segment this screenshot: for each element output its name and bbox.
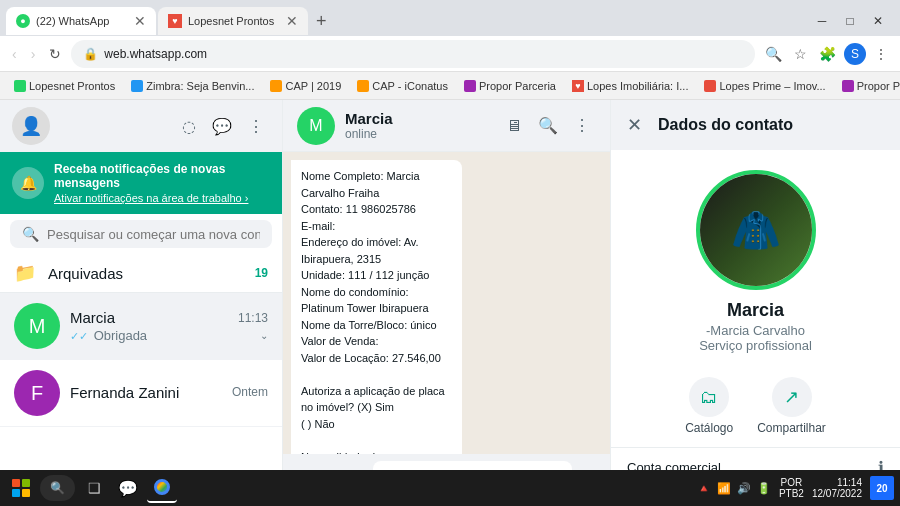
chat-header-status: online [345,127,490,141]
bookmark-favicon-propor2 [842,80,854,92]
taskbar-search[interactable]: 🔍 [40,475,75,501]
windows-logo-icon [12,479,30,497]
bookmark-propor[interactable]: Propor Parceria [458,78,562,94]
lock-icon: 🔒 [83,47,98,61]
notification-subtitle[interactable]: Ativar notificações na área de trabalho … [54,192,270,204]
contact-action-share[interactable]: ↗ Compartilhar [757,377,826,435]
tab-whatsapp-close[interactable]: ✕ [134,13,146,29]
profile-button[interactable]: S [844,43,866,65]
contact-panel-close[interactable]: ✕ [627,114,642,136]
chat-header-info: Marcia online [345,110,490,141]
share-label: Compartilhar [757,421,826,435]
refresh-button[interactable]: ↻ [45,44,65,64]
contact-action-catalog[interactable]: 🗂 Catálogo [685,377,733,435]
bookmark-lopes-prime[interactable]: Lopes Prime – Imov... [698,78,831,94]
taskbar: 🔍 ❑ 💬 🔺 📶 🔊 🔋 POR PTB2 11:14 12/07/2022 … [0,470,900,506]
share-icon: ↗ [772,377,812,417]
address-text: web.whatsapp.com [104,47,743,61]
bookmark-lopes-prime-label: Lopes Prime – Imov... [719,80,825,92]
chat-msg-marcia: ✓✓ Obrigada [70,328,147,343]
search-input[interactable] [47,227,260,242]
clock-date: 12/07/2022 [812,488,862,499]
taskbar-windows-button[interactable] [6,473,36,503]
bookmark-lopesnet-label: Lopesnet Prontos [29,80,115,92]
wa-sidebar: 👤 ◌ 💬 ⋮ 🔔 Receba notificações de novas m… [0,100,283,506]
bookmark-cap-iconatus[interactable]: CAP - iConatus [351,78,454,94]
bookmark-favicon-lopes-imob: ♥ [572,80,584,92]
bookmark-cap2019-label: CAP | 2019 [285,80,341,92]
bookmark-favicon-cap-iconatus [357,80,369,92]
new-tab-button[interactable]: + [310,11,333,32]
contact-handle: -Marcia Carvalho [706,323,805,338]
search-box[interactable]: 🔍 [10,220,272,248]
tab-lopes-close[interactable]: ✕ [286,13,298,29]
contact-avatar[interactable]: 🧥 [696,170,816,290]
tab-lopes[interactable]: ♥ Lopesnet Prontos ✕ [158,7,308,35]
volume-icon: 🔊 [737,482,751,495]
nav-bar: ‹ › ↻ 🔒 web.whatsapp.com 🔍 ☆ 🧩 S ⋮ [0,36,900,72]
tab-whatsapp[interactable]: ● (22) WhatsApp ✕ [6,7,156,35]
taskbar-search-icon: 🔍 [50,481,65,495]
bookmark-zimbra[interactable]: Zimbra: Seja Benvin... [125,78,260,94]
window-controls: ─ □ ✕ [810,9,894,33]
bookmark-favicon-cap2019 [270,80,282,92]
chat-item-marcia[interactable]: M Marcia 11:13 ✓✓ Obrigada ⌄ [0,293,282,360]
notification-icon: 🔔 [12,167,44,199]
chat-header-name: Marcia [345,110,490,127]
chat-top-fernanda: Fernanda Zanini Ontem [70,384,268,401]
bookmark-favicon-lopes-prime [704,80,716,92]
video-call-button[interactable]: 🖥 [500,110,528,141]
taskbar-chrome[interactable] [147,473,177,503]
taskbar-language: POR PTB2 [775,477,808,499]
contact-panel-header: ✕ Dados do contato [611,100,900,150]
contact-avatar-section: 🧥 Marcia -Marcia Carvalho Serviço profis… [611,150,900,365]
windows-sq-2 [22,479,30,487]
more-button[interactable]: ⋮ [870,44,892,64]
windows-sq-1 [12,479,20,487]
archived-section[interactable]: 📁 Arquivadas 19 [0,254,282,293]
notification-banner[interactable]: 🔔 Receba notificações de novas mensagens… [0,152,282,214]
msg-bubble-received-1: Nome Completo: Marcia Carvalho Fraiha Co… [291,160,462,454]
tab-lopes-label: Lopesnet Prontos [188,15,274,27]
taskbar-chat-app[interactable]: 💬 [113,473,143,503]
bookmark-favicon-zimbra [131,80,143,92]
bookmark-propor2[interactable]: Propor Parceria [836,78,900,94]
bookmark-propor-label: Propor Parceria [479,80,556,92]
chat-bottom-marcia: ✓✓ Obrigada ⌄ [70,328,268,343]
bookmark-star-button[interactable]: ☆ [790,44,811,64]
more-options-button[interactable]: ⋮ [242,111,270,142]
close-button[interactable]: ✕ [866,9,890,33]
search-chat-button[interactable]: 🔍 [532,110,564,141]
archive-icon: 📁 [14,262,36,284]
bookmark-cap2019[interactable]: CAP | 2019 [264,78,347,94]
back-button[interactable]: ‹ [8,44,21,64]
search-nav-button[interactable]: 🔍 [761,44,786,64]
extensions-button[interactable]: 🧩 [815,44,840,64]
chat-tick-marcia: ✓✓ [70,330,88,342]
taskbar-task-view[interactable]: ❑ [79,473,109,503]
catalog-icon: 🗂 [689,377,729,417]
chat-item-fernanda[interactable]: F Fernanda Zanini Ontem [0,360,282,427]
search-area: 🔍 [0,214,282,254]
notifications-count: 20 [876,483,887,494]
contact-actions: 🗂 Catálogo ↗ Compartilhar [611,365,900,448]
minimize-button[interactable]: ─ [810,9,834,33]
bookmark-lopesnet[interactable]: Lopesnet Prontos [8,78,121,94]
contact-type: Serviço profissional [699,338,812,353]
notifications-badge[interactable]: 20 [870,476,894,500]
chat-header-avatar[interactable]: M [297,107,335,145]
bookmark-lopes-imob[interactable]: ♥ Lopes Imobiliária: I... [566,78,695,94]
status-button[interactable]: ◌ [176,111,202,142]
taskbar-clock[interactable]: 11:14 12/07/2022 [812,477,862,499]
new-chat-button[interactable]: 💬 [206,111,238,142]
contact-name: Marcia [727,300,784,321]
chat-app-icon: 💬 [118,479,138,498]
sidebar-header: 👤 ◌ 💬 ⋮ [0,100,282,152]
chat-more-button[interactable]: ⋮ [568,110,596,141]
user-avatar[interactable]: 👤 [12,107,50,145]
chat-avatar-fernanda: F [14,370,60,416]
bookmark-propor2-label: Propor Parceria [857,80,900,92]
forward-button[interactable]: › [27,44,40,64]
address-bar[interactable]: 🔒 web.whatsapp.com [71,40,755,68]
maximize-button[interactable]: □ [838,9,862,33]
